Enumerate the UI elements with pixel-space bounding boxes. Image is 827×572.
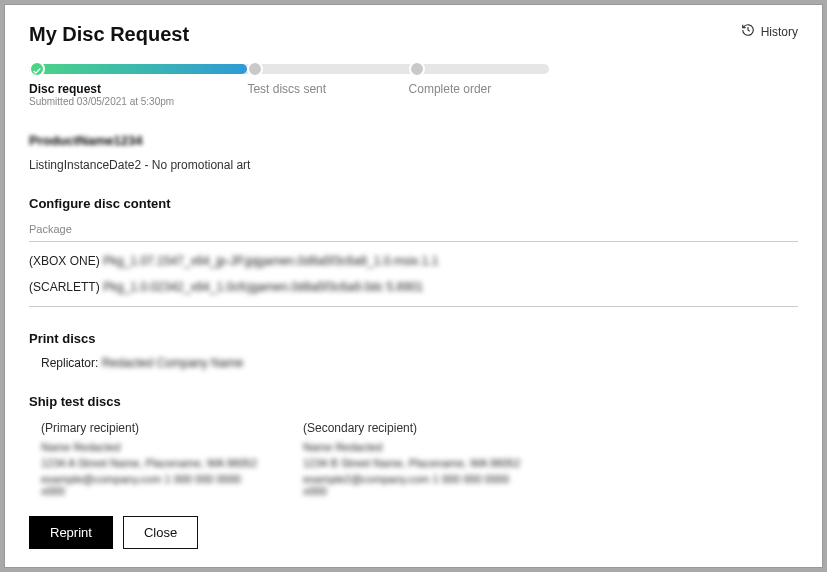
disc-request-panel: My Disc Request History Disc request Sub… — [4, 4, 823, 568]
step-1-sub: Submitted 03/05/2021 at 5:30pm — [29, 96, 247, 107]
step-2-label: Test discs sent — [247, 82, 408, 96]
close-button[interactable]: Close — [123, 516, 198, 549]
progress-dot-2 — [247, 61, 263, 77]
package-2-file: Pkg_1.0.02342_x64_1.0cfcjgamen.0d8a5f3c6… — [103, 280, 423, 294]
replicator-label: Replicator: — [41, 356, 102, 370]
step-1-label: Disc request — [29, 82, 247, 96]
progress-dot-1 — [29, 61, 45, 77]
progress-dot-3 — [409, 61, 425, 77]
divider — [29, 241, 798, 242]
listing-line: ListingInstanceDate2 - No promotional ar… — [29, 158, 798, 172]
step-3-label: Complete order — [409, 82, 549, 96]
primary-recipient-contact: example@company.com 1 000 000 0000 x000 — [41, 473, 261, 497]
replicator-value: Redacted Company Name — [102, 356, 243, 370]
content-body: ProductName1234 ListingInstanceDate2 - N… — [29, 133, 798, 501]
configure-title: Configure disc content — [29, 196, 798, 211]
secondary-recipient-contact: example2@company.com 1 000 000 0000 x000 — [303, 473, 523, 497]
secondary-recipient-name: Name Redacted — [303, 441, 523, 453]
progress-tracker: Disc request Submitted 03/05/2021 at 5:3… — [29, 64, 549, 107]
history-label: History — [761, 25, 798, 39]
primary-recipient-label: (Primary recipient) — [41, 421, 261, 435]
primary-recipient: (Primary recipient) Name Redacted 1234 A… — [41, 421, 261, 501]
primary-recipient-addr: 1234 A Street Name, Placename, WA 98052 — [41, 457, 261, 469]
history-link[interactable]: History — [741, 23, 798, 40]
package-column-header: Package — [29, 223, 798, 235]
history-icon — [741, 23, 755, 40]
product-name: ProductName1234 — [29, 133, 798, 148]
reprint-button[interactable]: Reprint — [29, 516, 113, 549]
ship-title: Ship test discs — [29, 394, 798, 409]
header-row: My Disc Request History — [29, 23, 798, 46]
progress-bar — [29, 64, 549, 74]
package-2-platform: (SCARLETT) — [29, 280, 103, 294]
secondary-recipient-addr: 1234 B Street Name, Placename, WA 98052 — [303, 457, 523, 469]
print-title: Print discs — [29, 331, 798, 346]
check-icon — [32, 66, 42, 76]
progress-fill — [29, 64, 247, 74]
secondary-recipient-label: (Secondary recipient) — [303, 421, 523, 435]
package-row-2: (SCARLETT) Pkg_1.0.02342_x64_1.0cfcjgame… — [29, 280, 798, 294]
secondary-recipient: (Secondary recipient) Name Redacted 1234… — [303, 421, 523, 501]
footer-actions: Reprint Close — [29, 516, 198, 549]
package-1-file: Pkg_1.07.1547_x64_jp-JP.jpjgamen.0d8a5f3… — [103, 254, 438, 268]
package-1-platform: (XBOX ONE) — [29, 254, 103, 268]
primary-recipient-name: Name Redacted — [41, 441, 261, 453]
divider — [29, 306, 798, 307]
recipients-row: (Primary recipient) Name Redacted 1234 A… — [29, 421, 798, 501]
replicator-line: Replicator: Redacted Company Name — [41, 356, 798, 370]
page-title: My Disc Request — [29, 23, 189, 46]
package-row-1: (XBOX ONE) Pkg_1.07.1547_x64_jp-JP.jpjga… — [29, 254, 798, 268]
